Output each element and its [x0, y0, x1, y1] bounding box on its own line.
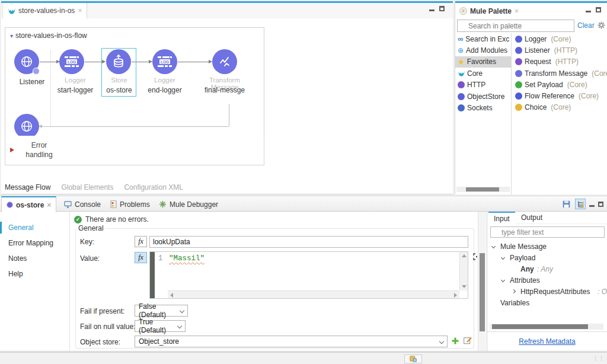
metadata-filter-input[interactable] — [490, 226, 605, 238]
palette-item-choice[interactable]: Choice(Core) — [512, 102, 607, 113]
palette-item-logger[interactable]: Logger(Core) — [512, 33, 607, 44]
minimize-icon[interactable] — [586, 11, 591, 12]
refresh-metadata-link[interactable]: Refresh Metadata — [519, 337, 575, 346]
tree-item-variables[interactable]: Variables — [487, 298, 607, 309]
tab-os-store[interactable]: os-store × — [1, 196, 56, 212]
flow-canvas[interactable]: ▾ store-values-in-os-flow — [1, 18, 453, 180]
category-search-in-exchange[interactable]: ∞Search in Exc — [455, 33, 511, 44]
minimize-icon[interactable] — [429, 9, 435, 11]
tree-item-mule-message[interactable]: Mule Message — [487, 241, 607, 253]
tree-type: : Obj — [598, 286, 607, 298]
show-tree-filter-button[interactable] — [575, 199, 586, 209]
close-icon[interactable]: × — [78, 7, 82, 15]
dropdown-value: False (Default) — [139, 302, 175, 319]
metadata-horizontal-scrollbar[interactable] — [490, 324, 603, 330]
category-sockets[interactable]: Sockets — [455, 102, 511, 113]
palette-item-transform-message[interactable]: Transform Message(Core) — [512, 68, 607, 79]
maximize-icon[interactable] — [598, 202, 603, 207]
key-input[interactable] — [149, 236, 468, 248]
category-core[interactable]: Core — [455, 68, 511, 79]
item-suffix: (HTTP) — [555, 58, 579, 66]
sidebar-item-help[interactable]: Help — [0, 266, 69, 282]
fail-on-null-dropdown[interactable]: True (Default) — [135, 320, 186, 332]
node-listener[interactable] — [14, 49, 39, 74]
maximize-icon[interactable] — [596, 7, 601, 12]
close-icon[interactable]: × — [515, 7, 519, 15]
tab-mule-debugger[interactable]: Mule Debugger — [154, 196, 223, 212]
chevron-down-icon[interactable] — [501, 256, 505, 260]
editor-horizontal-scrollbar[interactable] — [168, 290, 459, 298]
category-add-modules[interactable]: ⊕Add Modules — [455, 44, 511, 56]
minimize-icon[interactable] — [589, 205, 595, 207]
palette-horizontal-scrollbar[interactable] — [456, 187, 510, 192]
add-object-store-icon[interactable] — [452, 337, 459, 344]
tab-label: Problems — [120, 200, 150, 209]
resize-grip-icon[interactable]: ⋮⋮ — [593, 355, 605, 361]
status-bar-button[interactable] — [404, 355, 422, 363]
node-transform-message[interactable] — [212, 49, 237, 74]
sidebar-item-general[interactable]: General — [0, 220, 69, 235]
node-name: end-logger — [136, 86, 193, 94]
save-button[interactable] — [561, 199, 571, 209]
node-type: Logger — [138, 76, 191, 84]
category-label: Favorites — [467, 58, 496, 66]
category-objectstore[interactable]: ObjectStore — [455, 91, 511, 102]
flow-title-row[interactable]: ▾ store-values-in-os-flow — [10, 31, 87, 40]
listener-dot-icon — [515, 47, 522, 54]
editor-vertical-scrollbar[interactable] — [459, 252, 468, 290]
node-listener-response[interactable] — [14, 114, 39, 139]
tab-input[interactable]: Input — [488, 212, 515, 224]
store-icon — [111, 54, 126, 69]
metadata-tree: Mule Message Payload Any: Any Attributes… — [487, 241, 607, 309]
tree-item-payload[interactable]: Payload — [487, 253, 607, 264]
chevron-right-icon[interactable] — [512, 289, 516, 293]
dataweave-editor[interactable]: 1 "Massil" — [149, 251, 468, 299]
sidebar-item-error-mapping[interactable]: Error Mapping — [0, 235, 69, 251]
category-favorites[interactable]: ★Favorites — [455, 56, 511, 68]
close-icon[interactable]: × — [47, 201, 51, 209]
key-fx-button[interactable]: fx — [135, 236, 147, 247]
error-handling-marker-icon[interactable] — [10, 148, 14, 152]
mule-icon — [8, 7, 15, 15]
tree-item-any[interactable]: Any: Any — [487, 264, 607, 275]
gear-icon[interactable] — [598, 21, 605, 29]
collapse-triangle-icon[interactable]: ▾ — [10, 33, 13, 39]
chevron-down-icon[interactable] — [491, 244, 496, 248]
tab-console[interactable]: Console — [59, 196, 106, 212]
node-end-logger[interactable]: LOG — [152, 49, 177, 74]
view-message-flow[interactable]: Message Flow — [5, 183, 50, 191]
object-store-combo[interactable]: Object_store — [135, 336, 448, 347]
sidebar-item-notes[interactable]: Notes — [0, 251, 69, 266]
node-start-logger[interactable]: LOG — [59, 49, 84, 74]
tree-item-http-request-attributes[interactable]: HttpRequestAttributes: Obj — [487, 286, 607, 298]
edit-object-store-icon[interactable] — [464, 337, 472, 344]
palette-search-input[interactable] — [457, 20, 574, 32]
code-text[interactable]: "Massil" — [169, 254, 205, 263]
palette-item-request[interactable]: Request(HTTP) — [512, 56, 607, 68]
tree-item-attributes[interactable]: Attributes — [487, 275, 607, 286]
tree-label: HttpRequestAttributes — [520, 286, 590, 298]
value-fx-button[interactable]: fx — [135, 252, 147, 263]
tab-problems[interactable]: Problems — [106, 196, 155, 212]
editor-tab-bar: store-values-in-os × — [1, 3, 453, 18]
view-global-elements[interactable]: Global Elements — [61, 183, 113, 191]
transform-dot-icon — [515, 70, 522, 77]
clear-search-link[interactable]: Clear — [577, 21, 595, 30]
tab-output[interactable]: Output — [516, 212, 548, 224]
tab-label: os-store — [16, 201, 44, 209]
chevron-down-icon[interactable] — [501, 278, 505, 282]
flow-container[interactable]: ▾ store-values-in-os-flow — [5, 27, 264, 136]
view-menu-icon[interactable]: ≡ — [459, 7, 467, 15]
tab-store-values-in-os[interactable]: store-values-in-os × — [2, 3, 87, 18]
category-http[interactable]: HTTP — [455, 79, 511, 91]
palette-item-listener[interactable]: Listener(HTTP) — [512, 44, 607, 56]
palette-item-set-payload[interactable]: Set Payload(Core) — [512, 79, 607, 90]
node-os-store[interactable] — [106, 49, 131, 74]
fail-if-present-label: Fail if present: — [80, 307, 124, 315]
form-vertical-scrollbar[interactable] — [478, 212, 486, 351]
view-configuration-xml[interactable]: Configuration XML — [124, 183, 183, 191]
error-handling-section[interactable]: Error handling — [5, 136, 264, 165]
fail-if-present-dropdown[interactable]: False (Default) — [135, 305, 188, 317]
palette-item-flow-reference[interactable]: Flow Reference(Core) — [512, 90, 607, 101]
maximize-icon[interactable] — [439, 6, 445, 11]
